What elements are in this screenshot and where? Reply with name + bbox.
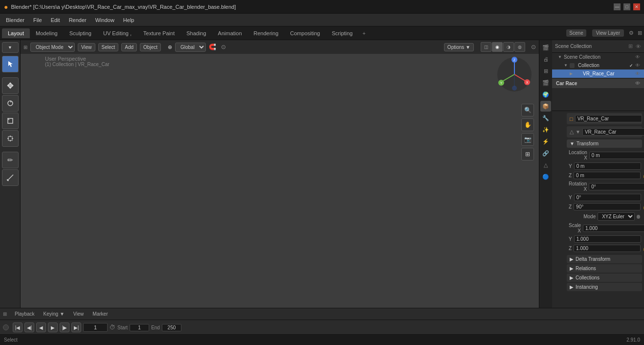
material-shading[interactable]: ◑ [503, 42, 514, 52]
data-name-input[interactable] [582, 128, 644, 136]
proportional-icon[interactable]: ⊙ [221, 44, 226, 50]
instancing-section[interactable]: ▶ Instancing [567, 283, 642, 291]
scale-y-input[interactable] [574, 235, 641, 243]
playback-button[interactable]: Playback [12, 310, 38, 318]
measure-tool[interactable] [2, 169, 19, 186]
output-props-tab[interactable]: 🖨 [540, 54, 551, 65]
scene-dropdown[interactable]: Scene [566, 29, 586, 37]
object-name-input[interactable] [575, 115, 642, 122]
location-x-input[interactable] [589, 152, 644, 159]
viewport-menu-icon[interactable]: ⊞ [23, 45, 27, 50]
view-menu[interactable]: View [78, 43, 95, 51]
move-tool[interactable]: ✥ [2, 77, 19, 94]
view-layer-props-tab[interactable]: ⊞ [540, 66, 551, 76]
zoom-icon[interactable]: 🔍 [521, 104, 534, 116]
view-button[interactable]: View [70, 310, 87, 318]
snap-icon[interactable]: 🧲 [209, 44, 216, 50]
object-data-props-tab[interactable]: △ [540, 160, 551, 170]
tab-modeling[interactable]: Modeling [30, 28, 64, 38]
scale-x-input[interactable] [583, 225, 644, 232]
annotate-tool[interactable]: ✏ [2, 152, 19, 168]
play-backward-button[interactable]: ◀ [36, 322, 46, 332]
rendered-shading[interactable]: ◍ [514, 42, 525, 52]
start-frame-input[interactable]: 1 [130, 324, 149, 331]
physics-props-tab[interactable]: ⚡ [540, 136, 551, 147]
pivot-dropdown[interactable]: Global [175, 43, 206, 52]
grid-icon[interactable]: ⊞ [521, 148, 534, 161]
tab-uv-editing[interactable]: UV Editing , [97, 28, 137, 38]
options-button[interactable]: Options ▼ [444, 43, 474, 51]
tab-scripting[interactable]: Scripting [326, 28, 358, 38]
view-layer-dropdown[interactable]: View Layer [592, 29, 624, 37]
menu-edit[interactable]: Edit [47, 16, 64, 24]
navigator-widget[interactable]: Z X Y [495, 55, 534, 94]
menu-file[interactable]: File [29, 16, 46, 24]
keyframe-mode-dot[interactable] [637, 215, 640, 219]
play-forward-button[interactable]: ▶ [48, 322, 58, 332]
scale-z-input[interactable] [574, 245, 641, 252]
object-props-tab[interactable]: 📦 [540, 101, 551, 112]
transform-tool[interactable] [2, 130, 19, 147]
eye-icon[interactable]: 👁 [636, 44, 641, 49]
cursor-tool[interactable] [2, 56, 19, 72]
modifier-props-tab[interactable]: 🔧 [540, 113, 551, 123]
maximize-button[interactable]: □ [623, 3, 630, 10]
keyframe-dot[interactable] [3, 324, 9, 330]
menu-blender[interactable]: Blender [2, 16, 28, 24]
scale-tool[interactable] [2, 113, 19, 129]
render-props-tab[interactable]: 🎬 [540, 42, 551, 53]
close-button[interactable]: ✕ [633, 3, 640, 10]
location-z-input[interactable] [574, 172, 641, 179]
tab-rendering[interactable]: Rendering [248, 28, 285, 38]
menu-help[interactable]: Help [119, 16, 138, 24]
pan-icon[interactable]: ✋ [521, 118, 534, 131]
scene-collection-item[interactable]: ▼ Scene Collection 👁 [552, 53, 644, 61]
marker-button[interactable]: Marker [89, 310, 111, 318]
menu-window[interactable]: Window [91, 16, 118, 24]
camera-icon[interactable]: 📷 [521, 133, 534, 146]
collection-item[interactable]: ▼ Collection ✓ 👁 [552, 61, 644, 69]
vr-race-car-item[interactable]: ▶ VR_Race_Car 👁 [552, 69, 644, 78]
viewport-3d[interactable]: ⊞ Object Mode View Select Add Object ⊕ G… [21, 40, 539, 332]
material-props-tab[interactable]: 🔵 [540, 171, 551, 182]
tab-animation[interactable]: Animation [212, 28, 248, 38]
rotation-z-input[interactable] [574, 203, 641, 210]
rotation-mode-select[interactable]: XYZ Euler [598, 212, 635, 221]
skip-to-start-button[interactable]: |◀ [13, 322, 22, 332]
tab-layout[interactable]: Layout [2, 28, 30, 38]
particles-props-tab[interactable]: ✨ [540, 124, 551, 135]
keying-button[interactable]: Keying ▼ [41, 310, 67, 318]
minimize-button[interactable]: — [614, 3, 621, 10]
viewport-overlay-toggle[interactable]: ⊙ [531, 44, 536, 50]
add-menu[interactable]: Add [121, 43, 137, 51]
world-props-tab[interactable]: 🌍 [540, 89, 551, 100]
scene-props-tab[interactable]: 🎬 [540, 77, 551, 88]
tab-compositing[interactable]: Compositing [284, 28, 326, 38]
transform-header[interactable]: ▼ Transform [567, 139, 642, 148]
filter-icon[interactable]: ⊞ [628, 43, 633, 49]
rotation-y-input[interactable] [574, 194, 641, 201]
tab-sculpting[interactable]: Sculpting [64, 28, 97, 38]
mode-dropdown[interactable]: Object Mode [30, 43, 75, 52]
skip-to-end-button[interactable]: ▶| [71, 322, 81, 332]
timeline-menu-icon[interactable]: ⊞ [3, 311, 7, 317]
select-menu[interactable]: Select [98, 43, 119, 51]
location-y-input[interactable] [574, 162, 641, 170]
car-race-collection-header[interactable]: Car Race 👁 [552, 79, 644, 88]
tab-shading[interactable]: Shading [180, 28, 212, 38]
wireframe-shading[interactable]: ◫ [481, 42, 491, 52]
tab-texture-paint[interactable]: Texture Paint [137, 28, 180, 38]
mode-selector[interactable]: ▼ [2, 42, 19, 53]
end-frame-input[interactable]: 250 [162, 324, 181, 331]
delta-transform-section[interactable]: ▶ Delta Transform [567, 255, 642, 263]
rotate-tool[interactable] [2, 95, 19, 112]
rotation-x-input[interactable] [589, 183, 644, 190]
constraints-props-tab[interactable]: 🔗 [540, 148, 551, 159]
collections-section[interactable]: ▶ Collections [567, 274, 642, 282]
prev-keyframe-button[interactable]: ◀| [24, 322, 34, 332]
next-keyframe-button[interactable]: |▶ [60, 322, 69, 332]
relations-section[interactable]: ▶ Relations [567, 264, 642, 273]
current-frame-display[interactable]: 1 [83, 323, 108, 332]
solid-shading[interactable]: ◉ [492, 42, 503, 52]
menu-render[interactable]: Render [65, 16, 90, 24]
